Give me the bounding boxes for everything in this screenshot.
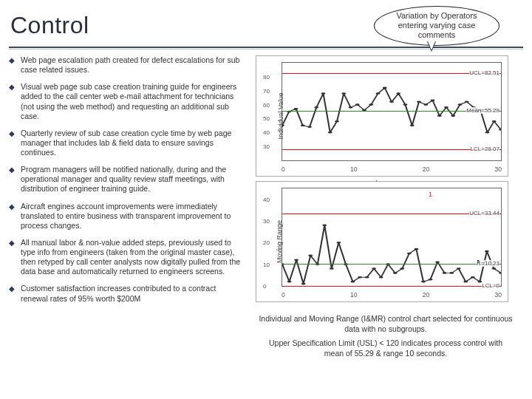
callout-text: Variation by Operators entering varying … (396, 11, 477, 39)
svg-point-40 (330, 267, 334, 270)
svg-point-39 (322, 225, 327, 227)
svg-point-58 (457, 267, 461, 270)
svg-point-62 (485, 250, 489, 253)
bullet-text: Program managers will be notified nation… (21, 165, 245, 194)
svg-point-11 (355, 103, 360, 106)
svg-point-41 (336, 242, 341, 244)
svg-point-4 (307, 126, 312, 128)
svg-point-54 (429, 279, 433, 281)
caption-line: Individual and Moving Range (I&MR) contr… (259, 314, 513, 334)
svg-point-52 (414, 248, 418, 250)
svg-point-7 (328, 132, 332, 134)
svg-point-13 (369, 103, 373, 106)
bullet-marker: ◆ (9, 56, 15, 75)
bullet-item: ◆Customer satisfaction increases contrib… (9, 284, 245, 303)
svg-point-43 (351, 281, 355, 283)
callout-bubble: Variation by Operators entering varying … (374, 6, 499, 46)
svg-point-63 (491, 267, 496, 270)
svg-point-55 (435, 261, 440, 263)
svg-point-37 (308, 255, 313, 257)
bullet-text: Visual web page sub case creation traini… (21, 82, 245, 121)
svg-point-22 (431, 100, 435, 102)
chart-column: Individual Value UCL=82.51Mean=55.29LCL=… (256, 55, 514, 364)
svg-point-50 (400, 267, 404, 270)
svg-point-36 (301, 283, 306, 285)
bullet-marker: ◆ (9, 284, 15, 303)
svg-point-51 (407, 253, 412, 255)
svg-point-27 (465, 100, 469, 103)
bullet-text: Customer satisfaction increases contribu… (21, 284, 245, 303)
bullet-marker: ◆ (9, 166, 15, 194)
svg-point-44 (358, 276, 362, 279)
svg-point-9 (341, 92, 346, 95)
bullet-text: Aircraft engines account improvements we… (21, 202, 245, 231)
x-axis-ticks: 0102030 (282, 291, 502, 299)
svg-point-17 (396, 92, 400, 95)
bullet-text: All manual labor & non-value added steps… (21, 238, 245, 277)
svg-point-0 (282, 125, 284, 127)
bullet-marker: ◆ (9, 202, 15, 231)
svg-point-31 (492, 120, 497, 123)
bullet-text: Web page escalation path created for def… (21, 55, 245, 75)
caption-line: Upper Specification Limit (USL) < 120 in… (259, 338, 513, 358)
svg-point-34 (287, 281, 292, 283)
svg-point-20 (417, 100, 421, 103)
svg-point-47 (379, 276, 383, 279)
bullet-item: ◆Visual web page sub case creation train… (9, 82, 245, 121)
svg-point-18 (403, 103, 408, 106)
svg-point-23 (437, 115, 442, 117)
bullet-list: ◆Web page escalation path created for de… (9, 55, 245, 304)
svg-point-5 (314, 106, 318, 109)
svg-point-35 (294, 259, 299, 261)
svg-point-56 (443, 272, 447, 274)
bullet-item: ◆Quarterly review of sub case creation c… (9, 129, 245, 157)
svg-point-3 (301, 125, 305, 127)
svg-point-16 (389, 100, 394, 103)
bullet-item: ◆All manual labor & non-value added step… (9, 238, 245, 277)
bullet-marker: ◆ (9, 239, 15, 277)
individuals-chart: Individual Value UCL=82.51Mean=55.29LCL=… (256, 55, 508, 177)
chart-series (282, 188, 501, 286)
bullet-item: ◆Program managers will be notified natio… (9, 165, 245, 194)
bullet-item: ◆Aircraft engines account improvements w… (9, 202, 245, 231)
bullet-item: ◆Web page escalation path created for de… (9, 55, 245, 75)
svg-point-15 (383, 87, 387, 89)
svg-point-24 (444, 106, 449, 109)
plot-area: UCL=33.44R̄=10.23LCL=00102030401 (282, 188, 502, 287)
svg-point-59 (463, 281, 468, 283)
callout-pointer (427, 41, 436, 52)
svg-point-30 (485, 132, 490, 134)
x-axis-ticks: 0102030 (282, 166, 502, 173)
svg-point-25 (451, 115, 455, 117)
content-row: ◆Web page escalation path created for de… (0, 50, 532, 371)
svg-point-10 (349, 106, 353, 109)
bullet-text: Quarterly review of sub case creation cy… (21, 129, 245, 157)
bullet-column: ◆Web page escalation path created for de… (9, 55, 245, 364)
plot-area: UCL=82.51Mean=55.29LCL=28.07304050607080 (282, 62, 502, 161)
chart-captions: Individual and Moving Range (I&MR) contr… (256, 307, 514, 359)
svg-point-21 (423, 103, 428, 106)
svg-point-60 (471, 276, 475, 279)
svg-point-53 (421, 281, 426, 283)
svg-point-46 (372, 267, 376, 270)
bullet-marker: ◆ (9, 129, 15, 157)
svg-point-32 (499, 129, 501, 131)
svg-point-19 (410, 125, 415, 127)
svg-point-2 (294, 108, 299, 110)
svg-point-14 (376, 92, 381, 95)
divider (9, 47, 523, 48)
bullet-marker: ◆ (9, 83, 15, 121)
moving-range-chart: Moving Range UCL=33.44R̄=10.23LCL=001020… (256, 181, 508, 302)
svg-point-49 (393, 272, 398, 274)
svg-point-8 (335, 120, 339, 123)
svg-point-26 (458, 103, 463, 106)
svg-point-45 (365, 276, 369, 279)
svg-point-57 (449, 272, 454, 274)
svg-point-6 (321, 92, 326, 95)
